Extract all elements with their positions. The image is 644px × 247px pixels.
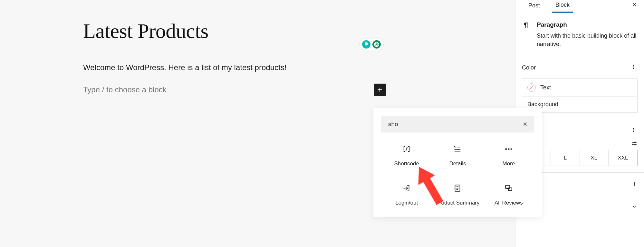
svg-point-10 <box>635 142 636 143</box>
svg-point-9 <box>633 131 634 132</box>
grammarly-icon[interactable] <box>372 40 381 49</box>
block-option-label: More <box>502 160 515 167</box>
shortcode-icon <box>402 144 411 154</box>
close-icon <box>522 121 528 127</box>
swatch-none-icon <box>527 83 536 92</box>
svg-point-11 <box>633 144 634 145</box>
color-row-text[interactable]: Text <box>522 79 637 96</box>
block-option-all-reviews[interactable]: All Reviews <box>483 181 534 209</box>
details-icon <box>453 144 462 154</box>
close-icon <box>631 1 638 8</box>
block-option-product-summary[interactable]: Product Summary <box>432 181 483 209</box>
panel-color-options[interactable] <box>629 63 638 73</box>
sidebar-close-button[interactable] <box>630 0 639 9</box>
sliders-icon <box>631 140 638 147</box>
size-xxl[interactable]: XXL <box>609 150 637 166</box>
tab-block[interactable]: Block <box>552 2 573 13</box>
reviews-icon <box>504 183 514 193</box>
panel-color-title: Color <box>522 64 536 71</box>
block-name: Paragraph <box>537 21 638 28</box>
block-description-text: Start with the basic building block of a… <box>537 32 638 48</box>
block-placeholder[interactable]: Type / to choose a block <box>83 85 167 94</box>
inserter-search-input[interactable] <box>381 116 534 133</box>
inserter-results-grid: Shortcode Details More Login/out Product… <box>381 142 534 209</box>
block-inserter-popover: Shortcode Details More Login/out Product… <box>373 108 542 217</box>
size-xl[interactable]: XL <box>580 150 609 166</box>
color-label: Text <box>540 84 551 91</box>
kebab-icon <box>630 64 636 70</box>
more-icon <box>504 144 514 154</box>
block-option-label: Details <box>449 160 466 167</box>
tab-post[interactable]: Post <box>525 2 543 12</box>
post-title[interactable]: Latest Products <box>83 19 515 43</box>
chevron-down-icon <box>631 203 638 210</box>
login-icon <box>402 183 411 193</box>
block-option-shortcode[interactable]: Shortcode <box>381 142 432 170</box>
block-option-label: Product Summary <box>436 199 479 206</box>
color-label: Background <box>527 101 558 108</box>
block-option-details[interactable]: Details <box>432 142 483 170</box>
svg-point-6 <box>633 68 634 69</box>
svg-point-8 <box>633 130 634 131</box>
suggestion-icon[interactable] <box>362 40 370 49</box>
extension-badges <box>359 39 384 50</box>
sidebar-tabs: Post Block <box>515 0 644 14</box>
empty-block-row: Type / to choose a block <box>83 84 386 96</box>
block-description: Paragraph Start with the basic building … <box>515 14 644 56</box>
inserter-search-wrap <box>381 116 534 133</box>
inserter-clear-button[interactable] <box>521 120 530 129</box>
paragraph-icon <box>522 21 531 48</box>
post-paragraph[interactable]: Welcome to WordPress. Here is a list of … <box>83 63 515 72</box>
svg-point-7 <box>633 128 634 129</box>
block-option-loginout[interactable]: Login/out <box>381 181 432 209</box>
add-block-button[interactable] <box>374 84 386 96</box>
panel-typography-options[interactable] <box>629 126 638 136</box>
svg-point-4 <box>633 65 634 66</box>
block-option-label: Login/out <box>395 199 418 206</box>
document-icon <box>453 183 462 193</box>
plus-icon <box>376 86 383 93</box>
svg-point-5 <box>633 67 634 68</box>
plus-icon <box>631 181 638 187</box>
block-option-more[interactable]: More <box>483 142 534 170</box>
size-l[interactable]: L <box>551 150 580 166</box>
kebab-icon <box>630 127 636 133</box>
block-option-label: Shortcode <box>394 160 419 167</box>
block-option-label: All Reviews <box>495 199 523 206</box>
